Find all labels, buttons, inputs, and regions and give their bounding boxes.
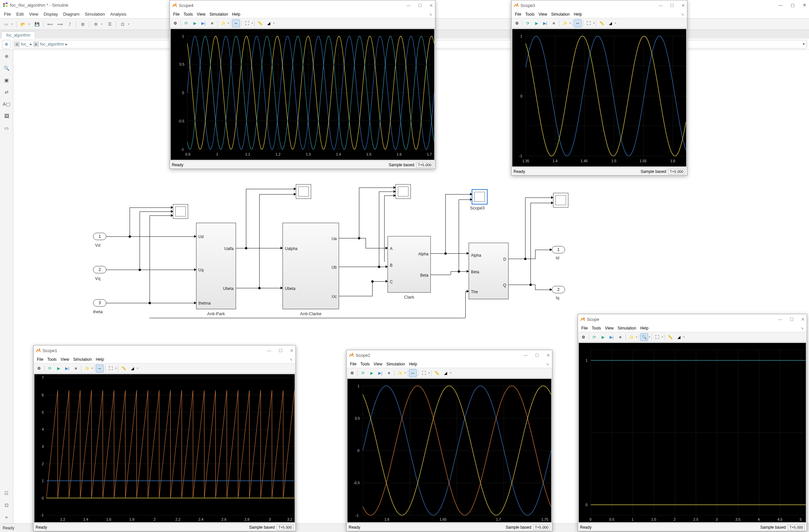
undock-icon[interactable]: ↘ — [545, 362, 550, 366]
highlight-button[interactable]: ✨ — [561, 19, 569, 27]
menu-tools[interactable]: Tools — [46, 357, 58, 362]
nav-target-button[interactable]: ⊕ — [2, 40, 11, 49]
minimize-icon[interactable]: — — [523, 353, 528, 358]
menu-view[interactable]: View — [537, 12, 548, 17]
measure-button[interactable]: 📏 — [256, 19, 264, 27]
scope1-plot[interactable]: -101234567 1.21.41.61.822.22.42.62.833.2 — [34, 374, 295, 522]
block-park[interactable]: Alpha Beta The D Q — [469, 243, 509, 299]
tab-foc-algorithm[interactable]: foc_algorithm — [1, 32, 35, 38]
autoscale-button[interactable]: ⛶ — [420, 369, 428, 377]
measure-button[interactable]: 📏 — [598, 19, 606, 27]
step-button[interactable]: ▶| — [376, 369, 384, 377]
library-browser-button[interactable]: ⊞ — [78, 20, 87, 29]
scope-block-1[interactable] — [173, 204, 188, 219]
stop-button[interactable]: ■ — [616, 333, 624, 341]
close-icon[interactable]: ✕ — [682, 3, 685, 8]
autoscale-button[interactable]: ⛶ — [585, 19, 592, 27]
menu-tools[interactable]: Tools — [182, 12, 194, 17]
step-button[interactable]: ▶| — [200, 19, 207, 27]
run-button[interactable]: ▶ — [191, 19, 199, 27]
config-button[interactable]: ⚙ — [579, 333, 587, 341]
fit-view-button[interactable]: ⊕ — [2, 51, 12, 61]
record-button[interactable]: ⊡ — [2, 500, 12, 510]
minimize-icon[interactable]: — — [778, 317, 782, 322]
run-button[interactable]: ▶ — [599, 333, 607, 341]
run-button[interactable]: ▶ — [54, 364, 63, 373]
undock-icon[interactable]: ↘ — [288, 357, 293, 361]
zoom-x-button[interactable]: ↔ — [409, 369, 417, 377]
scope-block-4[interactable] — [553, 193, 568, 207]
step-button[interactable]: ▶| — [607, 333, 616, 341]
maximize-icon[interactable]: ☐ — [790, 317, 794, 322]
scope4-window[interactable]: Scope4 —☐✕ File Tools View Simulation He… — [170, 0, 435, 169]
scope-block-scope3[interactable] — [472, 190, 487, 204]
fit-to-window-button[interactable]: ▣ — [2, 75, 12, 85]
forward-button[interactable]: ⟹ — [55, 20, 65, 29]
close-icon[interactable]: ✕ — [547, 353, 550, 358]
breadcrumb-dropdown-icon[interactable]: ▼ — [802, 42, 805, 46]
run-button[interactable]: ▶ — [532, 19, 540, 27]
undock-icon[interactable]: ↘ — [799, 326, 805, 330]
highlight-button[interactable]: ✨ — [627, 333, 635, 341]
undock-icon[interactable]: ↘ — [680, 12, 685, 16]
close-icon[interactable]: ✕ — [290, 348, 293, 353]
menu-simulation[interactable]: Simulation — [83, 11, 107, 17]
zoom-x-button[interactable]: ↔ — [96, 364, 104, 373]
signal-builder-button[interactable]: ⊡ — [118, 20, 127, 29]
inport-vd[interactable]: 1 — [93, 233, 106, 240]
minimize-icon[interactable]: — — [407, 3, 411, 8]
scope2-plot[interactable]: -1-0.500.51 1.61.651.71.75 — [347, 379, 551, 522]
menu-file[interactable]: File — [36, 357, 45, 362]
autoscale-button[interactable]: ⛶ — [243, 19, 251, 27]
menu-file[interactable]: File — [2, 11, 13, 17]
highlight-button[interactable]: ✨ — [219, 19, 227, 27]
menu-simulation[interactable]: Simulation — [208, 12, 229, 17]
save-button[interactable]: 💾 — [32, 20, 41, 29]
config-button[interactable]: ⚙ — [348, 369, 356, 377]
scope-block-3[interactable] — [396, 184, 411, 199]
close-icon[interactable]: ✕ — [801, 317, 805, 322]
menu-simulation[interactable]: Simulation — [616, 326, 637, 331]
minimize-icon[interactable]: — — [267, 348, 271, 353]
scope4-plot[interactable]: -1-0.500.51 0.911.11.21.31.41.51.61.7 — [171, 29, 434, 160]
stop-button[interactable]: ■ — [208, 19, 216, 27]
scope3-plot[interactable]: -101 1.351.41.451.51.551.6 — [512, 29, 686, 167]
breadcrumb-root[interactable]: ▤ foc_ — [14, 41, 29, 47]
menu-simulation[interactable]: Simulation — [550, 12, 571, 17]
inport-vq[interactable]: 2 — [93, 266, 106, 273]
breadcrumb-sub[interactable]: ▤ foc_algorithm — [34, 41, 64, 47]
model-config-button[interactable]: ⚙ — [91, 20, 100, 29]
expand-button[interactable]: » — [2, 512, 12, 522]
new-dropdown[interactable]: ▾ — [11, 23, 15, 25]
toggle-sample-time-button[interactable]: ⇄ — [2, 87, 12, 97]
measure-button[interactable]: 📏 — [433, 369, 441, 377]
up-button[interactable]: ⤴ — [65, 20, 74, 29]
maximize-icon[interactable]: ☐ — [670, 3, 674, 8]
restart-button[interactable]: ⟳ — [359, 369, 367, 377]
back-button[interactable]: ⟸ — [45, 20, 54, 29]
scope2-window[interactable]: Scope2 —☐✕ File Tools View Simulation He… — [346, 350, 552, 531]
zoom-x-button[interactable]: ↔ — [232, 19, 240, 27]
run-button[interactable]: ▶ — [367, 369, 376, 377]
undock-icon[interactable]: ↘ — [428, 12, 433, 16]
menu-display[interactable]: Display — [41, 11, 60, 17]
triggers-button[interactable]: ◢ — [128, 364, 136, 373]
restart-button[interactable]: ⟳ — [590, 333, 598, 341]
maximize-icon[interactable]: ☐ — [535, 353, 539, 358]
minimize-icon[interactable]: — — [778, 3, 783, 7]
menu-tools[interactable]: Tools — [359, 361, 371, 367]
autoscale-button[interactable]: ⛶ — [653, 333, 661, 341]
zoom-x-button[interactable]: ↔ — [574, 19, 582, 27]
scope-plot[interactable]: 01 00.511.522.533.544.55 — [579, 343, 806, 522]
menu-help[interactable]: Help — [231, 12, 242, 17]
menu-view[interactable]: View — [195, 12, 207, 17]
new-model-button[interactable]: ▭ — [1, 20, 11, 29]
menu-file[interactable]: File — [580, 326, 589, 331]
step-button[interactable]: ▶| — [541, 19, 549, 27]
autoscale-button[interactable]: ⛶ — [107, 364, 115, 373]
scope1-window[interactable]: Scope1 —☐✕ File Tools View Simulation He… — [33, 345, 296, 531]
menu-view[interactable]: View — [59, 357, 70, 362]
menu-simulation[interactable]: Simulation — [385, 361, 406, 367]
measure-button[interactable]: 📏 — [120, 364, 127, 373]
annotations-button[interactable]: A▢ — [2, 99, 12, 109]
